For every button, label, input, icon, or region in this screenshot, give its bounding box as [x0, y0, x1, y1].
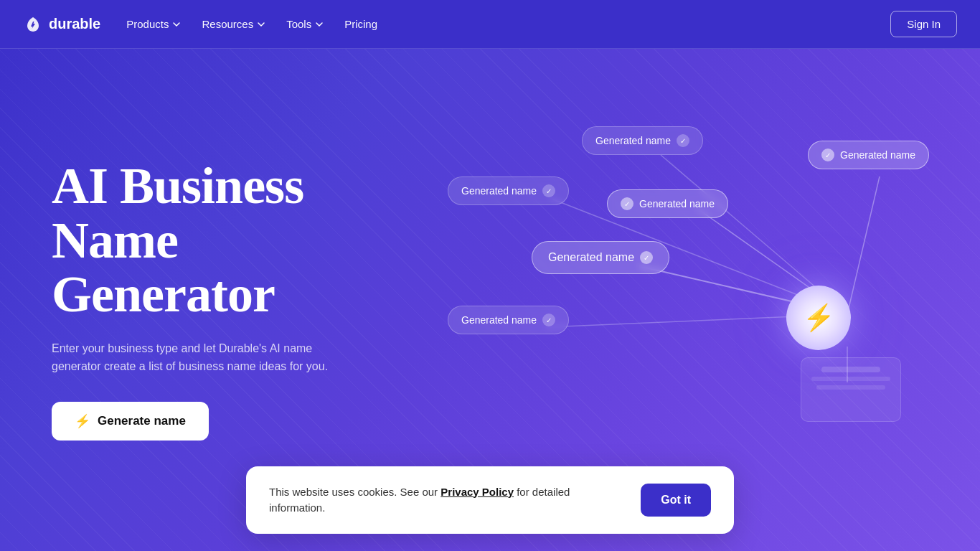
name-tag-4: Generated name ✓: [532, 241, 669, 274]
device-mockup: [801, 357, 901, 422]
chevron-down-icon: [171, 19, 182, 29]
name-tag-6: ✓ Generated name: [808, 141, 929, 169]
nav-tools[interactable]: Tools: [286, 18, 324, 30]
lightning-circle: ⚡: [786, 286, 851, 350]
name-tag-1: Generated name ✓: [582, 126, 703, 155]
navbar: durable Products Resources Tools Pricing…: [0, 0, 980, 49]
cookie-banner: This website uses cookies. See our Priva…: [246, 466, 734, 534]
check-icon-2: ✓: [542, 184, 555, 197]
nav-products[interactable]: Products: [126, 18, 182, 30]
name-tag-3: ✓ Generated name: [607, 189, 728, 218]
hero-title: AI Business Name Generator: [52, 159, 353, 322]
check-icon-3: ✓: [621, 197, 633, 210]
check-icon-1: ✓: [677, 134, 689, 147]
nav-links: Products Resources Tools Pricing: [126, 18, 377, 30]
bolt-icon: ⚡: [75, 413, 90, 429]
chevron-down-icon: [256, 19, 266, 29]
cookie-message: This website uses cookies. See our Priva…: [269, 484, 612, 517]
logo[interactable]: durable: [23, 14, 100, 34]
hero-content: AI Business Name Generator Enter your bu…: [0, 159, 353, 441]
lightning-bolt-icon: ⚡: [803, 303, 835, 333]
chevron-down-icon: [314, 19, 324, 29]
name-tag-5: Generated name ✓: [448, 306, 569, 334]
sign-in-button[interactable]: Sign In: [890, 11, 957, 37]
generate-name-button[interactable]: ⚡ Generate name: [52, 402, 209, 441]
logo-text: durable: [49, 16, 100, 32]
check-icon-6: ✓: [821, 149, 834, 161]
svg-line-5: [847, 176, 880, 314]
nav-left: durable Products Resources Tools Pricing: [23, 14, 377, 34]
name-tag-2: Generated name ✓: [448, 176, 569, 205]
check-icon-5: ✓: [542, 314, 555, 326]
nav-pricing[interactable]: Pricing: [344, 18, 377, 30]
logo-icon: [23, 14, 43, 34]
got-it-button[interactable]: Got it: [641, 484, 711, 517]
hero-description: Enter your business type and let Durable…: [52, 339, 353, 376]
nav-resources[interactable]: Resources: [202, 18, 266, 30]
check-icon-4: ✓: [640, 251, 653, 264]
